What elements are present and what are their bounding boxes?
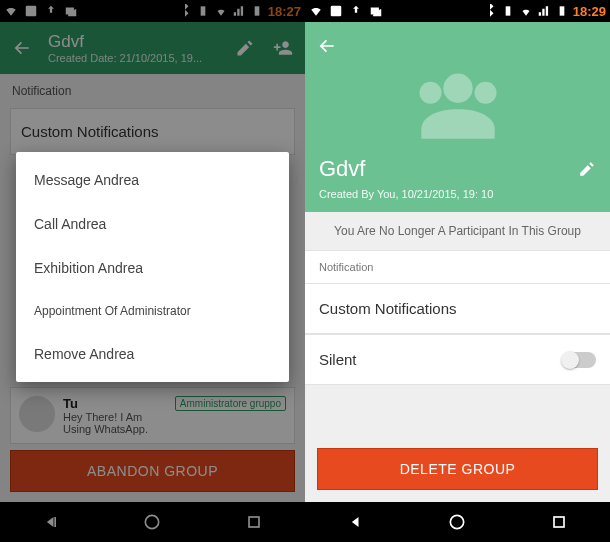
svg-rect-13 xyxy=(554,517,564,527)
signal-icon xyxy=(537,4,551,18)
menu-admin[interactable]: Appointment Of Administrator xyxy=(16,290,289,332)
back-button[interactable] xyxy=(317,36,337,60)
group-subtitle: Created By You, 10/21/2015, 19: 10 xyxy=(319,188,493,200)
image-icon xyxy=(329,4,343,18)
phone-right: 18:29 Gdvf Created By You, 10/21/2015, 1… xyxy=(305,0,610,542)
svg-rect-7 xyxy=(505,6,510,15)
svg-point-11 xyxy=(474,82,496,104)
nav-home-icon[interactable] xyxy=(447,512,467,532)
custom-notifications-row[interactable]: Custom Notifications xyxy=(305,283,610,334)
bluetooth-icon xyxy=(483,4,497,18)
silent-label: Silent xyxy=(319,351,357,368)
clock: 18:29 xyxy=(573,4,606,19)
context-menu: Message Andrea Call Andrea Exhibition An… xyxy=(16,152,289,382)
menu-exhibition[interactable]: Exhibition Andrea xyxy=(16,246,289,290)
nav-back-icon[interactable] xyxy=(346,512,366,532)
menu-message[interactable]: Message Andrea xyxy=(16,158,289,202)
back-icon xyxy=(317,36,337,56)
wifi-small-icon xyxy=(519,4,533,18)
group-avatar-icon xyxy=(403,62,513,146)
vibrate-icon xyxy=(501,4,515,18)
notification-label: Notification xyxy=(305,250,610,283)
svg-point-10 xyxy=(419,82,441,104)
group-header: Gdvf Created By You, 10/21/2015, 19: 10 xyxy=(305,22,610,212)
phone-left: 18:27 Gdvf Created Date: 21/10/2015, 19.… xyxy=(0,0,305,542)
participant-notice: You Are No Longer A Participant In This … xyxy=(305,212,610,250)
svg-point-12 xyxy=(451,515,464,528)
menu-remove[interactable]: Remove Andrea xyxy=(16,332,289,376)
wifi-icon xyxy=(309,4,323,18)
battery-icon xyxy=(555,4,569,18)
nav-bar xyxy=(305,502,610,542)
delete-group-button[interactable]: DELETE GROUP xyxy=(317,448,598,490)
svg-point-9 xyxy=(443,74,472,103)
silent-row[interactable]: Silent xyxy=(305,334,610,385)
edit-icon xyxy=(578,160,596,178)
svg-rect-8 xyxy=(559,6,564,15)
edit-button[interactable] xyxy=(578,160,596,182)
nav-recent-icon[interactable] xyxy=(549,512,569,532)
statusbar: 18:29 xyxy=(305,0,610,22)
stack-icon xyxy=(369,4,383,18)
silent-toggle[interactable] xyxy=(562,352,596,368)
content-area: You Are No Longer A Participant In This … xyxy=(305,212,610,502)
svg-rect-6 xyxy=(331,6,342,17)
upload-icon xyxy=(349,4,363,18)
menu-call[interactable]: Call Andrea xyxy=(16,202,289,246)
group-title: Gdvf xyxy=(319,156,365,182)
